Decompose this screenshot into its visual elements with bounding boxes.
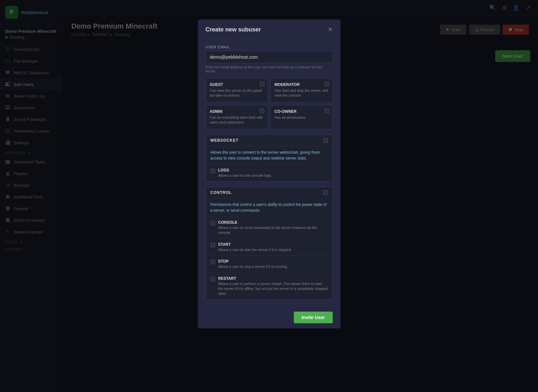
role-card-co-owner[interactable]: CO-OWNER Has all permissions [270,105,333,129]
perm-name-logs: LOGS [218,168,328,172]
permission-item-start: START Allows a user to start the server … [206,239,332,256]
permission-item-restart: RESTART Allows a user to perform a serve… [206,273,332,300]
role-grid: GUEST Can view the server on the panel b… [206,78,333,129]
modal-overlay: Create new subuser ✕ USER EMAIL Enter th… [0,0,538,392]
perm-desc-stop: Allows a user to stop a server if it is … [218,264,328,269]
modal-body: USER EMAIL Enter the email address of th… [198,39,341,306]
websocket-section-checkbox[interactable] [323,138,328,143]
role-name-admin: ADMIN [210,109,264,114]
invite-user-button[interactable]: Invite User [294,312,333,323]
user-email-hint: Enter the email address of the user you … [206,65,333,73]
user-email-label: USER EMAIL [206,45,333,49]
role-checkbox-moderator[interactable] [325,82,329,86]
perm-checkbox-logs[interactable] [210,169,215,173]
perm-name-console: CONSOLE [218,220,328,225]
perm-checkbox-restart[interactable] [210,277,215,281]
role-checkbox-guest[interactable] [260,82,264,86]
control-section: CONTROL Permissions that control a user'… [206,187,333,300]
permission-item-logs: LOGS Allows a user to see console logs. [206,165,332,181]
perm-info-start: START Allows a user to start the server … [218,242,328,252]
role-desc-co-owner: Has all permissions [275,115,329,120]
perm-name-stop: STOP [218,259,328,264]
user-email-input[interactable] [206,51,333,63]
control-title: CONTROL [210,190,232,195]
modal-close-button[interactable]: ✕ [328,26,333,33]
perm-desc-console: Allows a user to send commands to the se… [218,225,328,235]
perm-info-stop: STOP Allows a user to stop a server if i… [218,259,328,269]
role-checkbox-admin[interactable] [260,109,264,113]
control-section-checkbox[interactable] [323,190,328,195]
modal-header: Create new subuser ✕ [198,19,341,39]
role-name-co-owner: CO-OWNER [275,109,329,114]
permission-item-console: CONSOLE Allows a user to send commands t… [206,217,332,239]
role-name-guest: GUEST [210,82,264,87]
perm-info-restart: RESTART Allows a user to perform a serve… [218,276,328,296]
role-card-moderator[interactable]: MODERATOR Can start and stop the server,… [270,78,333,102]
websocket-section: WEBSOCKET Allows the user to connect to … [206,135,333,182]
role-checkbox-co-owner[interactable] [325,109,329,113]
role-card-admin[interactable]: ADMIN Can do everything other than edit … [206,105,268,129]
perm-desc-logs: Allows a user to see console logs. [218,173,328,178]
role-desc-moderator: Can start and stop the server, and view … [275,88,329,98]
perm-info-console: CONSOLE Allows a user to send commands t… [218,220,328,235]
role-desc-guest: Can view the server on the panel but tak… [210,88,264,98]
permission-item-stop: STOP Allows a user to stop a server if i… [206,256,332,273]
perm-info-logs: LOGS Allows a user to see console logs. [218,168,328,178]
role-desc-admin: Can do everything other than edit users … [210,115,264,125]
create-subuser-modal: Create new subuser ✕ USER EMAIL Enter th… [198,19,341,328]
websocket-desc: Allows the user to connect to the server… [206,146,332,165]
perm-checkbox-stop[interactable] [210,260,215,264]
control-header: CONTROL [206,187,332,198]
perm-name-start: START [218,242,328,247]
modal-title: Create new subuser [206,26,261,33]
modal-footer: Invite User [198,306,341,328]
websocket-title: WEBSOCKET [210,138,239,143]
role-name-moderator: MODERATOR [275,82,329,87]
perm-name-restart: RESTART [218,276,328,281]
perm-desc-restart: Allows a user to perform a server restar… [218,281,328,296]
perm-desc-start: Allows a user to start the server if it … [218,247,328,252]
perm-checkbox-console[interactable] [210,221,215,225]
role-card-guest[interactable]: GUEST Can view the server on the panel b… [206,78,268,102]
perm-checkbox-start[interactable] [210,243,215,247]
control-desc: Permissions that control a user's abilit… [206,198,332,217]
websocket-header: WEBSOCKET [206,135,332,146]
